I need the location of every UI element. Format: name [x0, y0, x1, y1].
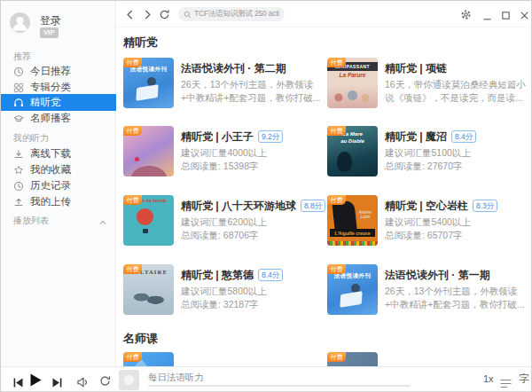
settings-button[interactable] — [460, 8, 472, 24]
album-title: 法语悦读外刊 · 第二期 — [181, 61, 286, 76]
album-desc-line2: 说《项链》，不是读完，而是读... — [385, 92, 523, 105]
sidebar-item-label: 历史记录 — [30, 179, 71, 192]
progress-bar[interactable] — [148, 385, 411, 387]
album-title-text: 精听党 | 憨第德 — [181, 269, 254, 281]
album-cover[interactable]: 付费 MAUPASSANT La Parure — [327, 58, 378, 108]
minimize-button[interactable] — [482, 10, 492, 26]
upload-icon — [13, 197, 24, 208]
album-title-text: 精听党 | 小王子 — [181, 130, 254, 143]
app-window: 登录 VIP 推荐 今日推荐 专辑分类 精听党 名师播客 我的听力 离线下载 我… — [0, 0, 532, 392]
repeat-button[interactable] — [99, 374, 111, 390]
cover-subtitle-text: au Diable — [327, 138, 378, 144]
cover-title-text: Arsène Lupin — [354, 210, 377, 219]
album-desc-line1: 26天，13个外刊主题，外教领读 — [181, 79, 313, 91]
sidebar-item-label: 专辑分类 — [30, 81, 71, 94]
star-icon — [13, 165, 24, 176]
album-title-text: 精听党 | 空心岩柱 — [385, 200, 468, 212]
previous-icon — [13, 378, 23, 388]
album-card[interactable]: 付费 精听党 | 小王子9.2分 建议词汇量4000以上 总阅读量: 15398… — [123, 126, 324, 179]
playback-speed-button[interactable]: 1x — [483, 373, 494, 384]
album-card[interactable]: 付费 法语悦读外刊 法语悦读外刊 · 第一期 26天，13个外刊主题，外教领读 … — [327, 264, 528, 318]
close-button[interactable] — [520, 8, 529, 24]
paid-badge: 付费 — [327, 195, 346, 205]
score-badge: 8.4分 — [451, 130, 476, 143]
now-playing-thumbnail[interactable] — [119, 370, 139, 390]
album-card[interactable]: 付费 La Mare au Diable 精听党 | 魔沼8.4分 建议词汇量5… — [327, 126, 528, 179]
vip-badge: VIP — [40, 27, 59, 38]
maximize-icon — [501, 11, 511, 20]
album-desc-line1: 建议词汇量5400以上 — [385, 216, 471, 229]
sidebar-item-jingtingdang[interactable]: 精听党 — [1, 94, 116, 111]
album-card[interactable]: 付费 Le tour du monde 精听党 | 八十天环游地球8.8分 建议… — [123, 195, 324, 248]
course-cover[interactable]: 付费 — [123, 352, 174, 366]
album-card[interactable]: 付费 MAUPASSANT La Parure 精听党 | 项链 16天，带你通… — [327, 58, 528, 111]
login-link[interactable]: 登录 — [40, 13, 61, 28]
playlist-collapse-button[interactable] — [98, 215, 107, 231]
sidebar-item-favorites[interactable]: 我的收藏 — [1, 161, 116, 178]
sidebar-item-label: 精听党 — [30, 96, 61, 109]
album-title: 精听党 | 小王子9.2分 — [181, 129, 283, 145]
gear-icon — [460, 9, 472, 20]
paid-badge: 付费 — [123, 58, 142, 67]
volume-button[interactable] — [77, 375, 90, 391]
album-card[interactable]: 付费 法语悦读外刊 法语悦读外刊 · 第二期 26天，13个外刊主题，外教领读 … — [123, 58, 324, 111]
previous-track-button[interactable] — [13, 375, 23, 391]
album-title: 精听党 | 空心岩柱8.3分 — [385, 199, 497, 214]
playlist-button[interactable] — [500, 376, 512, 392]
graduation-cap-icon — [13, 114, 24, 124]
sidebar-item-offline-download[interactable]: 离线下载 — [1, 145, 116, 162]
playlist-icon — [500, 379, 512, 388]
album-cover[interactable]: 付费 Le tour du monde — [123, 195, 174, 246]
sidebar-item-label: 我的上传 — [30, 195, 71, 208]
avatar[interactable] — [10, 12, 30, 33]
refresh-button[interactable] — [159, 8, 170, 24]
history-icon — [13, 181, 24, 192]
paid-badge: 付费 — [123, 195, 142, 205]
forward-button[interactable] — [142, 8, 153, 24]
album-desc-line2: 总阅读量: 15398字 — [181, 161, 259, 173]
section-heading-jingtingdang: 精听党 — [123, 35, 158, 51]
album-card[interactable]: 付费 VOLTAIRE 精听党 | 憨第德8.4分 建议词汇量5800以上 总阅… — [123, 264, 324, 318]
sidebar-item-today[interactable]: 今日推荐 — [1, 63, 116, 80]
sidebar-item-history[interactable]: 历史记录 — [1, 177, 116, 194]
search-input[interactable]: TCF法语知识测试 250 activ — [178, 7, 285, 21]
sidebar-item-label: 名师播客 — [30, 112, 71, 125]
close-icon — [520, 11, 529, 20]
main-content: 精听党 付费 法语悦读外刊 法语悦读外刊 · 第二期 26天，13个外刊主题，外… — [116, 27, 532, 366]
headphones-icon — [13, 98, 24, 108]
chevron-up-icon — [98, 218, 107, 227]
album-cover[interactable]: 付费 法语悦读外刊 — [123, 58, 174, 108]
sidebar-item-mingshi-podcast[interactable]: 名师播客 — [1, 110, 116, 127]
album-cover[interactable]: 付费 法语悦读外刊 — [327, 264, 378, 315]
album-cover[interactable]: 付费 — [123, 126, 174, 176]
subtitle-button[interactable]: 字 — [519, 372, 529, 386]
album-title: 精听党 | 项链 — [385, 61, 447, 76]
album-cover[interactable]: 付费 VOLTAIRE — [123, 264, 174, 315]
album-desc-line1: 16天，带你通读莫泊桑经典短篇小 — [385, 79, 526, 91]
user-icon — [10, 12, 30, 33]
album-cover[interactable]: 付费 La Mare au Diable — [327, 126, 378, 176]
search-icon — [184, 11, 192, 19]
section-label-mylistening: 我的听力 — [13, 132, 49, 145]
album-title: 精听党 | 八十天环游地球8.8分 — [181, 199, 325, 214]
now-playing-title: 每日法语听力 — [148, 372, 204, 384]
album-desc-line1: 建议词汇量4000以上 — [181, 147, 267, 160]
play-button[interactable] — [30, 373, 42, 390]
back-button[interactable] — [124, 8, 136, 24]
album-cover[interactable]: 付费 Arsène Lupin L'Aiguille creuse — [327, 195, 378, 246]
paid-badge: 付费 — [123, 126, 142, 136]
maximize-button[interactable] — [501, 8, 511, 24]
sidebar: 登录 VIP 推荐 今日推荐 专辑分类 精听党 名师播客 我的听力 离线下载 我… — [1, 1, 116, 366]
paid-badge: 付费 — [123, 264, 142, 274]
section-label-playlist: 播放列表 — [13, 215, 49, 227]
paid-badge: 付费 — [327, 126, 346, 136]
album-desc-line1: 建议词汇量5800以上 — [181, 286, 267, 298]
next-track-button[interactable] — [52, 375, 62, 391]
paid-badge: 付费 — [327, 352, 346, 362]
grid-icon — [13, 82, 24, 93]
sidebar-item-my-uploads[interactable]: 我的上传 — [1, 193, 116, 210]
paid-badge: 付费 — [327, 264, 346, 274]
album-card[interactable]: 付费 Arsène Lupin L'Aiguille creuse 精听党 | … — [327, 195, 528, 248]
course-cover[interactable]: 付费 — [327, 352, 378, 366]
download-icon — [13, 149, 24, 160]
